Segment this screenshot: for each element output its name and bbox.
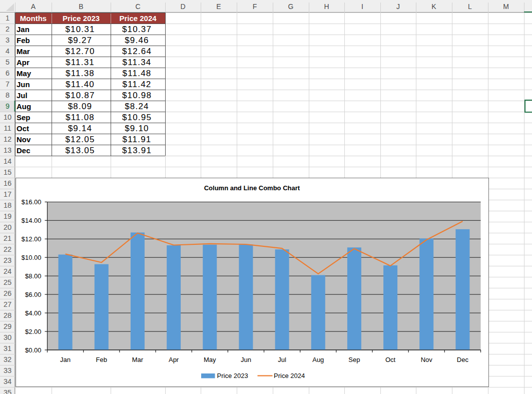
svg-text:Jan: Jan	[60, 356, 71, 363]
svg-text:Column and Line Combo Chart: Column and Line Combo Chart	[204, 184, 300, 192]
svg-text:Dec: Dec	[457, 356, 469, 363]
svg-text:33: 33	[4, 366, 12, 374]
svg-text:$10.87: $10.87	[65, 91, 95, 100]
svg-text:$9.46: $9.46	[125, 36, 149, 45]
svg-text:21: 21	[4, 234, 12, 242]
svg-text:$16.00: $16.00	[22, 198, 42, 206]
svg-text:J: J	[396, 3, 400, 11]
svg-text:M: M	[503, 3, 509, 11]
svg-text:25: 25	[4, 278, 12, 286]
svg-text:$8.24: $8.24	[125, 102, 149, 111]
svg-text:$11.40: $11.40	[66, 80, 95, 89]
svg-text:$11.08: $11.08	[66, 113, 95, 122]
svg-text:May: May	[17, 69, 32, 78]
svg-text:$11.48: $11.48	[123, 69, 152, 78]
svg-text:$4.00: $4.00	[25, 309, 42, 317]
svg-text:Jul: Jul	[17, 91, 28, 100]
svg-text:K: K	[431, 3, 436, 11]
svg-text:$10.00: $10.00	[22, 254, 42, 261]
svg-text:L: L	[468, 3, 472, 11]
svg-text:Apr: Apr	[169, 356, 179, 363]
svg-text:$11.91: $11.91	[123, 135, 152, 144]
svg-text:26: 26	[4, 289, 12, 297]
svg-text:$10.95: $10.95	[122, 113, 152, 122]
svg-text:Jul: Jul	[278, 356, 286, 363]
svg-text:16: 16	[4, 179, 12, 187]
svg-text:28: 28	[4, 311, 12, 319]
svg-text:17: 17	[4, 190, 12, 198]
svg-text:Apr: Apr	[17, 58, 30, 67]
svg-text:$9.14: $9.14	[68, 124, 93, 133]
svg-text:Price 2024: Price 2024	[274, 372, 305, 379]
svg-text:$10.98: $10.98	[122, 91, 152, 100]
svg-text:34: 34	[4, 377, 12, 385]
svg-text:Mar: Mar	[17, 47, 30, 56]
svg-text:19: 19	[4, 212, 12, 220]
svg-text:Price 2024: Price 2024	[119, 14, 157, 23]
svg-text:Price 2023: Price 2023	[217, 372, 248, 379]
svg-text:Dec: Dec	[17, 146, 31, 155]
svg-text:Sep: Sep	[17, 113, 31, 122]
svg-text:$10.37: $10.37	[122, 25, 152, 34]
svg-text:27: 27	[4, 300, 12, 308]
svg-text:Oct: Oct	[17, 124, 29, 133]
svg-text:$12.70: $12.70	[65, 47, 95, 56]
svg-text:$13.05: $13.05	[65, 146, 95, 155]
svg-text:Nov: Nov	[421, 356, 433, 363]
svg-text:$12.64: $12.64	[122, 47, 152, 56]
svg-text:22: 22	[4, 245, 12, 253]
svg-text:May: May	[204, 356, 216, 363]
svg-text:$12.00: $12.00	[22, 235, 42, 243]
svg-text:$14.00: $14.00	[22, 217, 42, 224]
svg-text:$11.31: $11.31	[66, 58, 95, 67]
svg-text:E: E	[216, 3, 221, 11]
svg-text:31: 31	[4, 344, 12, 352]
svg-text:$13.91: $13.91	[122, 146, 152, 155]
svg-text:$9.27: $9.27	[68, 36, 93, 45]
svg-text:23: 23	[4, 256, 12, 264]
svg-text:Jun: Jun	[17, 80, 30, 89]
svg-text:20: 20	[4, 223, 12, 231]
svg-text:$11.42: $11.42	[123, 80, 152, 89]
svg-text:Jan: Jan	[17, 25, 30, 34]
svg-text:Price 2023: Price 2023	[63, 14, 100, 23]
svg-text:29: 29	[4, 322, 12, 330]
svg-text:Feb: Feb	[96, 356, 107, 363]
svg-text:Feb: Feb	[17, 36, 30, 45]
svg-text:32: 32	[4, 355, 12, 363]
svg-text:Aug: Aug	[17, 102, 31, 111]
svg-text:$6.00: $6.00	[25, 291, 42, 298]
svg-text:30: 30	[4, 333, 12, 341]
svg-text:$8.09: $8.09	[68, 102, 93, 111]
svg-text:F: F	[253, 3, 257, 11]
svg-text:Mar: Mar	[132, 356, 144, 363]
svg-text:$10.31: $10.31	[65, 25, 95, 34]
svg-text:$11.34: $11.34	[123, 58, 152, 67]
svg-text:G: G	[288, 3, 294, 11]
svg-text:35: 35	[4, 388, 12, 394]
svg-text:18: 18	[4, 201, 12, 209]
svg-text:H: H	[324, 3, 329, 11]
svg-text:$8.00: $8.00	[25, 272, 42, 280]
svg-text:Sep: Sep	[348, 356, 360, 363]
svg-text:24: 24	[4, 267, 12, 275]
svg-text:Months: Months	[20, 14, 47, 23]
svg-text:Jun: Jun	[241, 356, 251, 363]
svg-text:$11.38: $11.38	[66, 69, 95, 78]
svg-text:Oct: Oct	[385, 356, 396, 363]
svg-text:15: 15	[4, 168, 12, 176]
svg-text:$0.00: $0.00	[25, 346, 42, 354]
svg-text:Nov: Nov	[17, 135, 31, 144]
svg-text:Aug: Aug	[312, 356, 324, 363]
svg-text:$2.00: $2.00	[25, 328, 42, 335]
svg-text:$12.05: $12.05	[65, 135, 95, 144]
svg-text:$9.10: $9.10	[125, 124, 149, 133]
svg-text:I: I	[361, 3, 363, 11]
